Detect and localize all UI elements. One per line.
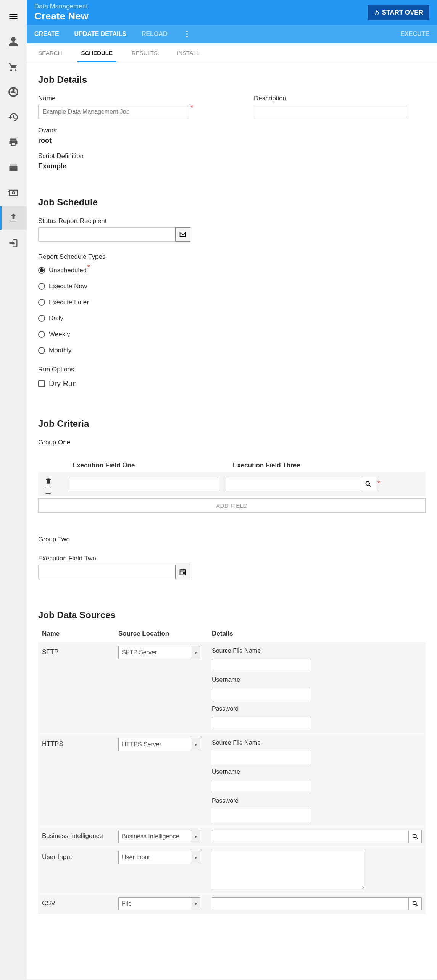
- ds-header-location: Source Location: [118, 630, 212, 638]
- tab-search[interactable]: SEARCH: [34, 44, 66, 62]
- ds-select[interactable]: File▾: [118, 897, 200, 910]
- svg-point-2: [366, 481, 369, 485]
- name-label: Name: [38, 95, 240, 102]
- radio-monthly[interactable]: Monthly: [38, 347, 426, 354]
- ds-username-label: Username: [212, 676, 422, 683]
- script-label: Script Definition: [38, 152, 240, 160]
- ds-select[interactable]: SFTP Server▾: [118, 646, 200, 659]
- upload-icon[interactable]: [0, 206, 27, 230]
- radio-unscheduled[interactable]: Unscheduled *: [38, 266, 426, 274]
- ds-source-file-label: Source File Name: [212, 647, 422, 654]
- search-icon: [364, 480, 372, 488]
- ds-source-file-input[interactable]: [212, 659, 311, 672]
- ds-row: User InputUser Input▾: [38, 847, 426, 893]
- radio-execute-now[interactable]: Execute Now: [38, 283, 426, 290]
- exec-field-one-input[interactable]: [69, 477, 219, 491]
- ds-select[interactable]: Business Intelligence▾: [118, 830, 200, 843]
- breadcrumb: Data Management: [34, 3, 89, 10]
- description-label: Description: [254, 95, 406, 102]
- section-job-criteria: Job Criteria: [38, 418, 426, 429]
- more-menu-icon[interactable]: [182, 29, 192, 39]
- section-job-details: Job Details: [38, 74, 426, 85]
- cart-icon[interactable]: [0, 55, 27, 79]
- ds-textarea[interactable]: [212, 851, 364, 889]
- radio-daily[interactable]: Daily: [38, 315, 426, 322]
- calendar-icon: [179, 568, 187, 576]
- recipient-label: Status Report Recipient: [38, 217, 426, 225]
- run-options-label: Run Options: [38, 366, 426, 373]
- svg-rect-3: [180, 570, 186, 575]
- tab-install[interactable]: INSTALL: [173, 44, 203, 62]
- ds-password-input[interactable]: [212, 717, 311, 730]
- execute-button[interactable]: EXECUTE: [400, 31, 429, 37]
- payment-icon[interactable]: [0, 181, 27, 205]
- dry-run-checkbox[interactable]: Dry Run: [38, 379, 426, 388]
- ds-name: CSV: [42, 897, 118, 910]
- start-over-button[interactable]: START OVER: [368, 5, 429, 20]
- user-icon[interactable]: [0, 30, 27, 53]
- ds-username-label: Username: [212, 769, 422, 775]
- name-input[interactable]: [38, 105, 189, 119]
- ds-header-name: Name: [42, 630, 118, 638]
- section-job-schedule: Job Schedule: [38, 197, 426, 208]
- reload-button[interactable]: RELOAD: [142, 31, 168, 37]
- ds-search-input[interactable]: [212, 830, 409, 843]
- description-input[interactable]: [254, 105, 406, 119]
- clock-icon[interactable]: [0, 80, 27, 104]
- radio-execute-later[interactable]: Execute Later: [38, 299, 426, 306]
- search-button[interactable]: [361, 477, 376, 491]
- required-indicator: *: [190, 104, 193, 112]
- menu-icon[interactable]: [0, 5, 27, 28]
- exec-field-two-input[interactable]: [38, 565, 176, 579]
- owner-label: Owner: [38, 127, 240, 134]
- ds-header-details: Details: [212, 630, 426, 638]
- ds-search-input[interactable]: [212, 897, 409, 910]
- exec-field-three-header: Execution Field Three: [233, 462, 385, 469]
- row-checkbox[interactable]: [45, 488, 51, 494]
- owner-value: root: [38, 137, 240, 145]
- tab-results[interactable]: RESULTS: [128, 44, 161, 62]
- tab-schedule[interactable]: SCHEDULE: [77, 44, 117, 62]
- ds-username-input[interactable]: [212, 780, 311, 793]
- ds-search-button[interactable]: [409, 830, 422, 843]
- ds-name: Business Intelligence: [42, 830, 118, 843]
- ds-select[interactable]: HTTPS Server▾: [118, 738, 200, 751]
- ds-password-input[interactable]: [212, 809, 311, 822]
- scan-icon[interactable]: [0, 156, 27, 179]
- page-title: Create New: [34, 10, 89, 22]
- section-data-sources: Job Data Sources: [38, 610, 426, 620]
- ds-password-label: Password: [212, 798, 422, 804]
- recipient-input[interactable]: [38, 227, 176, 242]
- ds-row: SFTPSFTP Server▾Source File NameUsername…: [38, 642, 426, 734]
- ds-name: SFTP: [42, 646, 118, 730]
- print-icon[interactable]: [0, 131, 27, 154]
- exec-field-two-label: Execution Field Two: [38, 555, 426, 562]
- ds-password-label: Password: [212, 706, 422, 712]
- exec-field-one-header: Execution Field One: [73, 462, 225, 469]
- trash-icon[interactable]: [45, 478, 52, 484]
- ds-name: User Input: [42, 851, 118, 889]
- ds-source-file-input[interactable]: [212, 751, 311, 764]
- calendar-button[interactable]: [175, 565, 190, 579]
- svg-rect-4: [183, 572, 185, 574]
- svg-point-1: [12, 192, 15, 194]
- schedule-types-label: Report Schedule Types: [38, 253, 426, 261]
- ds-source-file-label: Source File Name: [212, 739, 422, 746]
- group-two-title: Group Two: [38, 536, 426, 543]
- ds-name: HTTPS: [42, 738, 118, 822]
- login-icon[interactable]: [0, 231, 27, 255]
- ds-row: HTTPSHTTPS Server▾Source File NameUserna…: [38, 734, 426, 826]
- ds-username-input[interactable]: [212, 688, 311, 701]
- add-field-button[interactable]: ADD FIELD: [38, 498, 426, 513]
- history-icon[interactable]: [0, 105, 27, 129]
- create-button[interactable]: CREATE: [34, 31, 59, 37]
- exec-field-three-input[interactable]: [226, 477, 361, 491]
- ds-select[interactable]: User Input▾: [118, 851, 200, 864]
- group-one-title: Group One: [38, 439, 426, 446]
- ds-row: CSVFile▾: [38, 893, 426, 914]
- mail-button[interactable]: [175, 227, 190, 242]
- radio-weekly[interactable]: Weekly: [38, 331, 426, 338]
- ds-search-button[interactable]: [409, 897, 422, 910]
- update-details-button[interactable]: UPDATE DETAILS: [74, 31, 126, 37]
- ds-row: Business IntelligenceBusiness Intelligen…: [38, 826, 426, 847]
